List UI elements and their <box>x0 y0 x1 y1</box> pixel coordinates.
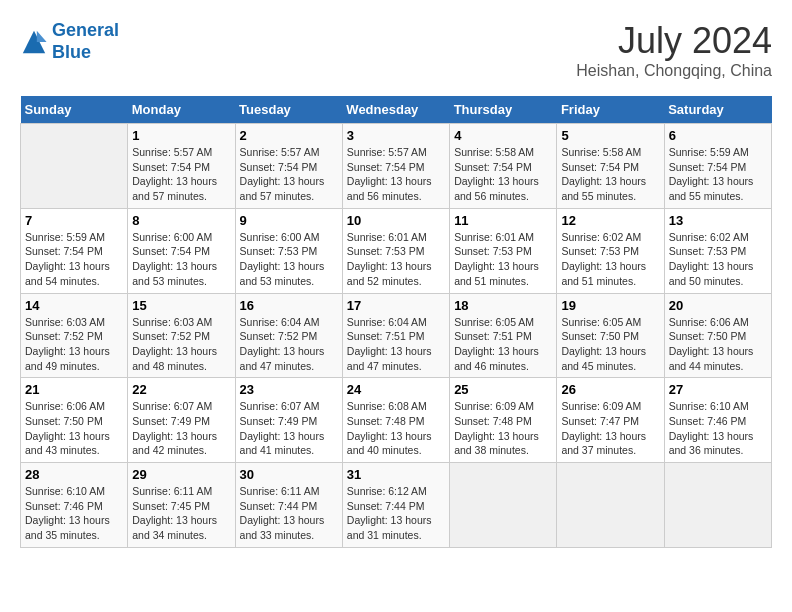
title-block: July 2024 Heishan, Chongqing, China <box>576 20 772 80</box>
day-cell: 3Sunrise: 5:57 AM Sunset: 7:54 PM Daylig… <box>342 124 449 209</box>
subtitle: Heishan, Chongqing, China <box>576 62 772 80</box>
day-info: Sunrise: 6:02 AM Sunset: 7:53 PM Dayligh… <box>561 230 659 289</box>
day-cell: 16Sunrise: 6:04 AM Sunset: 7:52 PM Dayli… <box>235 293 342 378</box>
page-header: General Blue July 2024 Heishan, Chongqin… <box>20 20 772 80</box>
day-number: 25 <box>454 382 552 397</box>
logo: General Blue <box>20 20 119 63</box>
day-number: 6 <box>669 128 767 143</box>
day-info: Sunrise: 6:01 AM Sunset: 7:53 PM Dayligh… <box>347 230 445 289</box>
day-cell: 17Sunrise: 6:04 AM Sunset: 7:51 PM Dayli… <box>342 293 449 378</box>
day-cell <box>21 124 128 209</box>
column-header-wednesday: Wednesday <box>342 96 449 124</box>
day-number: 12 <box>561 213 659 228</box>
day-cell: 12Sunrise: 6:02 AM Sunset: 7:53 PM Dayli… <box>557 208 664 293</box>
day-cell: 28Sunrise: 6:10 AM Sunset: 7:46 PM Dayli… <box>21 463 128 548</box>
day-cell: 31Sunrise: 6:12 AM Sunset: 7:44 PM Dayli… <box>342 463 449 548</box>
day-cell: 24Sunrise: 6:08 AM Sunset: 7:48 PM Dayli… <box>342 378 449 463</box>
logo-text: General Blue <box>52 20 119 63</box>
day-number: 17 <box>347 298 445 313</box>
column-header-tuesday: Tuesday <box>235 96 342 124</box>
day-number: 13 <box>669 213 767 228</box>
column-header-friday: Friday <box>557 96 664 124</box>
day-info: Sunrise: 6:00 AM Sunset: 7:54 PM Dayligh… <box>132 230 230 289</box>
day-number: 16 <box>240 298 338 313</box>
day-cell: 26Sunrise: 6:09 AM Sunset: 7:47 PM Dayli… <box>557 378 664 463</box>
day-info: Sunrise: 5:58 AM Sunset: 7:54 PM Dayligh… <box>561 145 659 204</box>
day-info: Sunrise: 6:04 AM Sunset: 7:51 PM Dayligh… <box>347 315 445 374</box>
day-info: Sunrise: 6:05 AM Sunset: 7:51 PM Dayligh… <box>454 315 552 374</box>
day-info: Sunrise: 6:06 AM Sunset: 7:50 PM Dayligh… <box>669 315 767 374</box>
day-info: Sunrise: 6:01 AM Sunset: 7:53 PM Dayligh… <box>454 230 552 289</box>
day-cell: 4Sunrise: 5:58 AM Sunset: 7:54 PM Daylig… <box>450 124 557 209</box>
day-number: 8 <box>132 213 230 228</box>
day-number: 27 <box>669 382 767 397</box>
day-info: Sunrise: 6:06 AM Sunset: 7:50 PM Dayligh… <box>25 399 123 458</box>
day-info: Sunrise: 6:03 AM Sunset: 7:52 PM Dayligh… <box>25 315 123 374</box>
column-header-thursday: Thursday <box>450 96 557 124</box>
day-info: Sunrise: 6:10 AM Sunset: 7:46 PM Dayligh… <box>669 399 767 458</box>
day-info: Sunrise: 6:08 AM Sunset: 7:48 PM Dayligh… <box>347 399 445 458</box>
day-number: 31 <box>347 467 445 482</box>
day-cell: 27Sunrise: 6:10 AM Sunset: 7:46 PM Dayli… <box>664 378 771 463</box>
day-number: 15 <box>132 298 230 313</box>
day-info: Sunrise: 6:07 AM Sunset: 7:49 PM Dayligh… <box>132 399 230 458</box>
day-cell: 14Sunrise: 6:03 AM Sunset: 7:52 PM Dayli… <box>21 293 128 378</box>
day-cell: 1Sunrise: 5:57 AM Sunset: 7:54 PM Daylig… <box>128 124 235 209</box>
main-title: July 2024 <box>576 20 772 62</box>
day-info: Sunrise: 6:11 AM Sunset: 7:44 PM Dayligh… <box>240 484 338 543</box>
day-number: 3 <box>347 128 445 143</box>
day-cell: 25Sunrise: 6:09 AM Sunset: 7:48 PM Dayli… <box>450 378 557 463</box>
day-number: 30 <box>240 467 338 482</box>
day-cell: 13Sunrise: 6:02 AM Sunset: 7:53 PM Dayli… <box>664 208 771 293</box>
day-info: Sunrise: 5:57 AM Sunset: 7:54 PM Dayligh… <box>347 145 445 204</box>
day-number: 11 <box>454 213 552 228</box>
day-number: 9 <box>240 213 338 228</box>
column-header-saturday: Saturday <box>664 96 771 124</box>
day-info: Sunrise: 6:02 AM Sunset: 7:53 PM Dayligh… <box>669 230 767 289</box>
day-info: Sunrise: 5:57 AM Sunset: 7:54 PM Dayligh… <box>240 145 338 204</box>
day-info: Sunrise: 6:09 AM Sunset: 7:47 PM Dayligh… <box>561 399 659 458</box>
day-number: 10 <box>347 213 445 228</box>
day-cell <box>557 463 664 548</box>
column-header-sunday: Sunday <box>21 96 128 124</box>
day-number: 19 <box>561 298 659 313</box>
day-number: 20 <box>669 298 767 313</box>
day-cell: 11Sunrise: 6:01 AM Sunset: 7:53 PM Dayli… <box>450 208 557 293</box>
week-row: 1Sunrise: 5:57 AM Sunset: 7:54 PM Daylig… <box>21 124 772 209</box>
logo-line1: General <box>52 20 119 40</box>
day-info: Sunrise: 6:10 AM Sunset: 7:46 PM Dayligh… <box>25 484 123 543</box>
day-info: Sunrise: 5:59 AM Sunset: 7:54 PM Dayligh… <box>669 145 767 204</box>
day-cell: 8Sunrise: 6:00 AM Sunset: 7:54 PM Daylig… <box>128 208 235 293</box>
day-number: 21 <box>25 382 123 397</box>
day-cell: 2Sunrise: 5:57 AM Sunset: 7:54 PM Daylig… <box>235 124 342 209</box>
day-number: 23 <box>240 382 338 397</box>
week-row: 14Sunrise: 6:03 AM Sunset: 7:52 PM Dayli… <box>21 293 772 378</box>
day-info: Sunrise: 6:11 AM Sunset: 7:45 PM Dayligh… <box>132 484 230 543</box>
day-info: Sunrise: 6:04 AM Sunset: 7:52 PM Dayligh… <box>240 315 338 374</box>
day-number: 5 <box>561 128 659 143</box>
logo-line2: Blue <box>52 42 91 62</box>
day-cell <box>450 463 557 548</box>
day-cell: 30Sunrise: 6:11 AM Sunset: 7:44 PM Dayli… <box>235 463 342 548</box>
day-number: 28 <box>25 467 123 482</box>
day-info: Sunrise: 6:09 AM Sunset: 7:48 PM Dayligh… <box>454 399 552 458</box>
day-info: Sunrise: 6:05 AM Sunset: 7:50 PM Dayligh… <box>561 315 659 374</box>
day-cell: 9Sunrise: 6:00 AM Sunset: 7:53 PM Daylig… <box>235 208 342 293</box>
day-info: Sunrise: 6:03 AM Sunset: 7:52 PM Dayligh… <box>132 315 230 374</box>
day-info: Sunrise: 6:07 AM Sunset: 7:49 PM Dayligh… <box>240 399 338 458</box>
week-row: 28Sunrise: 6:10 AM Sunset: 7:46 PM Dayli… <box>21 463 772 548</box>
logo-icon <box>20 28 48 56</box>
day-number: 18 <box>454 298 552 313</box>
day-cell: 19Sunrise: 6:05 AM Sunset: 7:50 PM Dayli… <box>557 293 664 378</box>
day-number: 22 <box>132 382 230 397</box>
day-cell: 29Sunrise: 6:11 AM Sunset: 7:45 PM Dayli… <box>128 463 235 548</box>
day-cell: 5Sunrise: 5:58 AM Sunset: 7:54 PM Daylig… <box>557 124 664 209</box>
day-info: Sunrise: 6:00 AM Sunset: 7:53 PM Dayligh… <box>240 230 338 289</box>
calendar-table: SundayMondayTuesdayWednesdayThursdayFrid… <box>20 96 772 548</box>
day-cell: 7Sunrise: 5:59 AM Sunset: 7:54 PM Daylig… <box>21 208 128 293</box>
week-row: 7Sunrise: 5:59 AM Sunset: 7:54 PM Daylig… <box>21 208 772 293</box>
day-info: Sunrise: 5:57 AM Sunset: 7:54 PM Dayligh… <box>132 145 230 204</box>
day-number: 14 <box>25 298 123 313</box>
day-info: Sunrise: 5:58 AM Sunset: 7:54 PM Dayligh… <box>454 145 552 204</box>
header-row: SundayMondayTuesdayWednesdayThursdayFrid… <box>21 96 772 124</box>
